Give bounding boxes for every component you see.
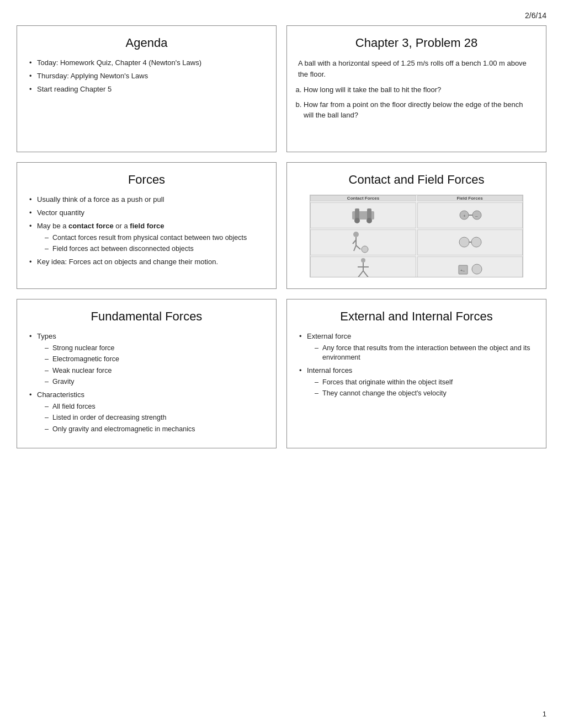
fundamental-bullet-chars: Characteristics All field forces Listed … bbox=[28, 390, 265, 434]
page: 2/6/14 Agenda Today: Homework Quiz, Chap… bbox=[0, 0, 563, 728]
fundamental-forces-title: Fundamental Forces bbox=[28, 309, 265, 324]
char-only: Only gravity and electromagnetic in mech… bbox=[45, 425, 265, 435]
agenda-bullets: Today: Homework Quiz, Chapter 4 (Newton'… bbox=[28, 58, 265, 95]
forces-bullets: Usually think of a force as a push or pu… bbox=[28, 195, 265, 267]
slide-row-1: Agenda Today: Homework Quiz, Chapter 4 (… bbox=[17, 25, 546, 152]
external-bullet: External force Any force that results fr… bbox=[298, 331, 535, 363]
img-field-2 bbox=[417, 229, 523, 255]
char-order: Listed in order of decreasing strength bbox=[45, 413, 265, 423]
external-internal-bullets: External force Any force that results fr… bbox=[298, 331, 535, 399]
forces-sub-1: Contact forces result from physical cont… bbox=[45, 233, 265, 243]
external-internal-slide: External and Internal Forces External fo… bbox=[286, 299, 546, 448]
img-contact-2 bbox=[310, 229, 416, 255]
contact-field-title: Contact and Field Forces bbox=[298, 173, 535, 187]
field-svg-1: + – bbox=[456, 203, 484, 228]
field-svg-3: +– bbox=[456, 257, 484, 277]
forces-sub-2: Field forces act between disconnected ob… bbox=[45, 244, 265, 254]
agenda-bullet-3: Start reading Chapter 5 bbox=[28, 84, 265, 95]
agenda-slide: Agenda Today: Homework Quiz, Chapter 4 (… bbox=[17, 25, 277, 152]
fundamental-bullet-types: Types Strong nuclear force Electromagnet… bbox=[28, 331, 265, 387]
chapter3-slide: Chapter 3, Problem 28 A ball with a hori… bbox=[286, 25, 546, 152]
chapter3-parts: How long will it take the ball to hit th… bbox=[298, 85, 535, 121]
external-internal-title: External and Internal Forces bbox=[298, 309, 535, 324]
chapter3-title: Chapter 3, Problem 28 bbox=[298, 36, 535, 50]
img-field-3: +– bbox=[417, 256, 523, 277]
contact-field-image: Contact Forces Field Forces bbox=[310, 195, 523, 277]
forces-sub-list: Contact forces result from physical cont… bbox=[37, 233, 265, 254]
agenda-title: Agenda bbox=[28, 36, 265, 50]
page-number: 1 bbox=[543, 710, 546, 718]
svg-line-23 bbox=[363, 271, 369, 277]
svg-point-19 bbox=[361, 258, 365, 263]
type-gravity: Gravity bbox=[45, 377, 265, 387]
agenda-bullet-1: Today: Homework Quiz, Chapter 4 (Newton'… bbox=[28, 58, 265, 68]
forces-contact-bold: contact force bbox=[68, 222, 114, 230]
contact-svg-3 bbox=[349, 257, 377, 277]
img-label-field: Field Forces bbox=[417, 195, 523, 201]
type-weak: Weak nuclear force bbox=[45, 366, 265, 376]
forces-bullet-1: Usually think of a force as a push or pu… bbox=[28, 195, 265, 205]
contact-field-slide: Contact and Field Forces Contact Forces … bbox=[286, 162, 546, 289]
svg-point-17 bbox=[471, 237, 481, 247]
chapter3-part-a: How long will it take the ball to hit th… bbox=[304, 85, 535, 95]
svg-point-15 bbox=[362, 246, 368, 253]
forces-bullet-2: Vector quantity bbox=[28, 208, 265, 218]
svg-point-3 bbox=[354, 218, 360, 223]
internal-bullet: Internal forces Forces that originate wi… bbox=[298, 366, 535, 399]
svg-line-14 bbox=[354, 245, 356, 251]
external-subs: Any force that results from the interact… bbox=[307, 344, 535, 363]
contact-svg-1 bbox=[349, 203, 377, 228]
svg-point-16 bbox=[459, 237, 469, 247]
svg-text:+–: +– bbox=[460, 269, 465, 272]
agenda-bullet-2: Thursday: Applying Newton's Laws bbox=[28, 71, 265, 82]
img-field-1: + – bbox=[417, 202, 523, 228]
char-field: All field forces bbox=[45, 402, 265, 412]
forces-field-bold: field force bbox=[130, 222, 164, 230]
svg-point-26 bbox=[472, 264, 482, 274]
external-sub-1: Any force that results from the interact… bbox=[315, 344, 535, 363]
contact-field-img-grid: Contact Forces Field Forces bbox=[310, 195, 522, 277]
forces-title: Forces bbox=[28, 173, 265, 187]
forces-slide: Forces Usually think of a force as a pus… bbox=[17, 162, 277, 289]
type-strong: Strong nuclear force bbox=[45, 344, 265, 354]
fundamental-forces-bullets: Types Strong nuclear force Electromagnet… bbox=[28, 331, 265, 434]
img-contact-1 bbox=[310, 202, 416, 228]
chapter3-part-b: How far from a point on the floor direct… bbox=[304, 100, 535, 121]
slide-row-2: Forces Usually think of a force as a pus… bbox=[17, 162, 546, 289]
fundamental-forces-slide: Fundamental Forces Types Strong nuclear … bbox=[17, 299, 277, 448]
field-svg-2 bbox=[456, 230, 484, 255]
svg-line-13 bbox=[356, 245, 360, 249]
fundamental-chars-list: All field forces Listed in order of decr… bbox=[37, 402, 265, 435]
type-em: Electromagnetic force bbox=[45, 355, 265, 365]
svg-point-4 bbox=[367, 218, 372, 223]
internal-sub-2: They cannot change the object's velocity bbox=[315, 389, 535, 399]
fundamental-types-list: Strong nuclear force Electromagnetic for… bbox=[37, 344, 265, 387]
forces-bullet-3: May be a contact force or a field force … bbox=[28, 221, 265, 254]
svg-point-10 bbox=[353, 232, 359, 237]
chapter3-intro: A ball with a horizontal speed of 1.25 m… bbox=[298, 58, 535, 79]
forces-bullet-4: Key idea: Forces act on objects and chan… bbox=[28, 257, 265, 267]
internal-subs: Forces that originate within the object … bbox=[307, 378, 535, 399]
svg-text:+: + bbox=[463, 213, 466, 218]
img-label-contact: Contact Forces bbox=[310, 195, 416, 201]
svg-text:–: – bbox=[475, 213, 478, 218]
contact-svg-2 bbox=[349, 230, 377, 255]
svg-line-22 bbox=[358, 271, 363, 277]
internal-sub-1: Forces that originate within the object … bbox=[315, 378, 535, 388]
date-stamp: 2/6/14 bbox=[17, 11, 546, 20]
slide-row-3: Fundamental Forces Types Strong nuclear … bbox=[17, 299, 546, 448]
img-contact-3 bbox=[310, 256, 416, 277]
chapter3-body: A ball with a horizontal speed of 1.25 m… bbox=[298, 58, 535, 121]
